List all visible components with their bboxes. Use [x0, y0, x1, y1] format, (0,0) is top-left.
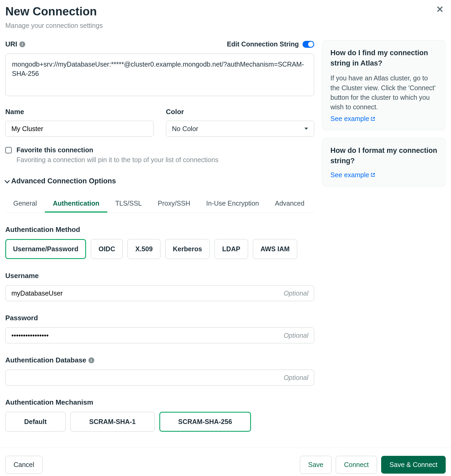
tab-general[interactable]: General: [5, 195, 45, 213]
chevron-down-icon: [5, 178, 10, 183]
tabs: General Authentication TLS/SSL Proxy/SSH…: [5, 195, 314, 213]
name-input[interactable]: [5, 121, 154, 137]
color-select[interactable]: No Color: [166, 121, 314, 137]
edit-connection-string-toggle[interactable]: [303, 41, 314, 48]
tab-authentication[interactable]: Authentication: [45, 195, 107, 213]
connect-button[interactable]: Connect: [336, 456, 377, 474]
uri-label: URI: [5, 40, 17, 48]
color-select-value: No Color: [172, 125, 198, 133]
help-card-format: How do I format my connection string? Se…: [322, 138, 446, 186]
external-link-icon: [371, 173, 375, 177]
uri-input[interactable]: [5, 54, 314, 96]
username-label: Username: [5, 272, 314, 280]
page-title: New Connection: [5, 5, 446, 18]
tab-proxy-ssh[interactable]: Proxy/SSH: [150, 195, 198, 213]
auth-method-x509[interactable]: X.509: [127, 239, 160, 259]
favorite-checkbox[interactable]: [5, 147, 12, 153]
favorite-help: Favoriting a connection will pin it to t…: [16, 156, 314, 164]
help-card-body: If you have an Atlas cluster, go to the …: [330, 73, 437, 112]
see-example-link[interactable]: See example: [330, 171, 375, 179]
see-example-link[interactable]: See example: [330, 115, 375, 123]
auth-method-ldap[interactable]: LDAP: [215, 239, 248, 259]
caret-down-icon: [304, 128, 308, 130]
external-link-icon: [371, 117, 375, 121]
help-card-atlas: How do I find my connection string in At…: [322, 40, 446, 130]
auth-method-label: Authentication Method: [5, 226, 314, 234]
auth-database-label: Authentication Database i: [5, 356, 314, 364]
help-card-title: How do I find my connection string in At…: [330, 48, 437, 68]
color-label: Color: [166, 108, 314, 116]
save-button[interactable]: Save: [300, 456, 331, 474]
username-input[interactable]: [5, 285, 314, 301]
tab-tls-ssl[interactable]: TLS/SSL: [107, 195, 150, 213]
save-and-connect-button[interactable]: Save & Connect: [381, 456, 446, 474]
password-label: Password: [5, 314, 314, 322]
tab-in-use-encryption[interactable]: In-Use Encryption: [198, 195, 267, 213]
auth-method-aws-iam[interactable]: AWS IAM: [253, 239, 297, 259]
auth-method-kerberos[interactable]: Kerberos: [165, 239, 210, 259]
favorite-label: Favorite this connection: [16, 146, 93, 154]
auth-method-oidc[interactable]: OIDC: [91, 239, 123, 259]
info-icon[interactable]: i: [88, 357, 94, 363]
close-icon[interactable]: ✕: [436, 5, 444, 14]
auth-method-username-password[interactable]: Username/Password: [5, 239, 86, 259]
auth-mechanism-label: Authentication Mechanism: [5, 398, 314, 406]
auth-database-input[interactable]: [5, 370, 314, 386]
advanced-options-toggle[interactable]: Advanced Connection Options: [5, 177, 314, 185]
info-icon[interactable]: i: [19, 41, 25, 47]
name-label: Name: [5, 108, 154, 116]
auth-mech-scram-sha-256[interactable]: SCRAM-SHA-256: [159, 412, 251, 432]
tab-advanced[interactable]: Advanced: [267, 195, 312, 213]
advanced-options-label: Advanced Connection Options: [11, 177, 116, 185]
edit-connection-string-label: Edit Connection String: [227, 40, 299, 48]
password-input[interactable]: [5, 327, 314, 343]
help-card-title: How do I format my connection string?: [330, 145, 437, 166]
page-subtitle: Manage your connection settings: [5, 22, 446, 29]
cancel-button[interactable]: Cancel: [5, 456, 42, 474]
auth-mech-default[interactable]: Default: [5, 412, 66, 432]
auth-mech-scram-sha-1[interactable]: SCRAM-SHA-1: [70, 412, 155, 432]
